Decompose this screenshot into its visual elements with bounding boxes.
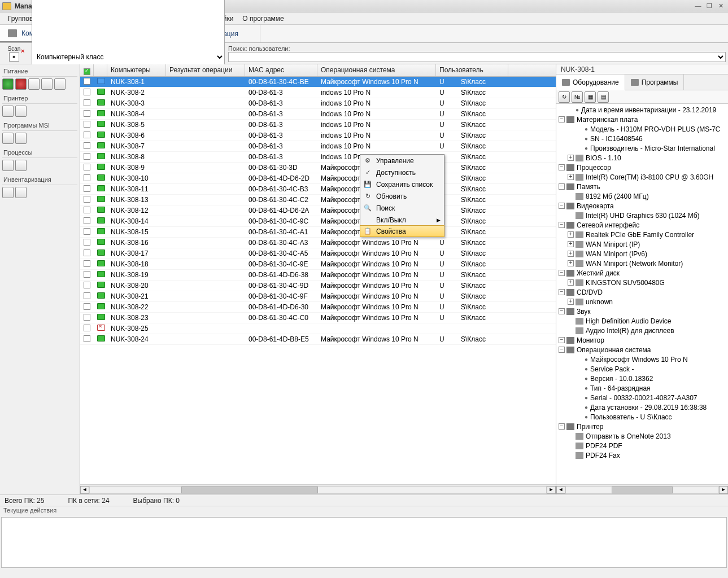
tool-button[interactable]: [2, 78, 14, 90]
row-checkbox[interactable]: [84, 271, 90, 278]
table-row[interactable]: NUK-308-200-D8-61-3indows 10 Pro NUS\Кла…: [80, 87, 556, 98]
scan-cancel-icon[interactable]: ✕: [20, 48, 25, 54]
tool-button[interactable]: [2, 187, 14, 198]
table-row[interactable]: NUK-308-1000-D8-61-4D-D6-2DМайкрософт Wi…: [80, 173, 556, 184]
tree-toggle-icon[interactable]: −: [559, 222, 565, 228]
tool-button[interactable]: [15, 160, 27, 171]
maximize-button[interactable]: ❐: [704, 2, 714, 10]
row-checkbox[interactable]: [84, 239, 90, 246]
row-checkbox[interactable]: [84, 132, 90, 138]
tree-node[interactable]: +Realtek PCIe GbE Family Controller: [556, 230, 728, 239]
scroll-left-icon[interactable]: ◄: [556, 486, 565, 494]
tree-node[interactable]: High Definition Audio Device: [556, 316, 728, 326]
table-row[interactable]: NUK-308-600-D8-61-3indows 10 Pro NUS\Кла…: [80, 130, 556, 141]
row-checkbox[interactable]: [84, 228, 90, 235]
tree-node[interactable]: +KINGSTON SUV500480G: [556, 278, 728, 287]
tree-node[interactable]: −CD/DVD: [556, 287, 728, 297]
table-row[interactable]: NUK-308-2300-D8-61-30-4C-C0Майкрософт Wi…: [80, 313, 556, 323]
table-row[interactable]: NUK-308-2000-D8-61-30-4C-9DМайкрософт Wi…: [80, 281, 556, 291]
tree-toggle-icon[interactable]: +: [568, 251, 574, 257]
tree-node[interactable]: ●Пользователь - U S\Класс: [556, 412, 728, 422]
tree-toggle-icon[interactable]: +: [568, 260, 574, 266]
tree-node[interactable]: +WAN Miniport (IP): [556, 239, 728, 249]
table-row[interactable]: NUK-308-900-D8-61-30-3DМайкрософт Window…: [80, 163, 556, 173]
table-row[interactable]: NUK-308-300-D8-61-3indows 10 Pro NUS\Кла…: [80, 98, 556, 109]
tree-node[interactable]: −Материнская плата: [556, 115, 728, 124]
minimize-button[interactable]: —: [693, 2, 703, 10]
tree-node[interactable]: ●Тип - 64-разрядная: [556, 383, 728, 393]
refresh-icon[interactable]: ↻: [559, 91, 570, 103]
tree-toggle-icon[interactable]: +: [568, 174, 574, 180]
scroll-right-icon[interactable]: ►: [547, 486, 556, 494]
table-row[interactable]: NUK-308-1800-D8-61-30-4C-9EМайкрософт Wi…: [80, 259, 556, 270]
tool-button[interactable]: [54, 78, 66, 90]
tree-toggle-icon[interactable]: −: [559, 183, 565, 190]
row-checkbox[interactable]: [84, 99, 90, 106]
row-checkbox[interactable]: [84, 164, 90, 170]
tree-toggle-icon[interactable]: +: [568, 241, 574, 247]
tree-node[interactable]: −Сетевой интерфейс: [556, 220, 728, 230]
user-search-select[interactable]: [228, 52, 726, 62]
tree-toggle-icon[interactable]: −: [559, 337, 565, 343]
table-row[interactable]: NUK-308-800-D8-61-3indows 10 Pro NUS\Кла…: [80, 152, 556, 163]
table-row[interactable]: NUK-308-1500-D8-61-30-4C-A1Майкрософт Wi…: [80, 227, 556, 238]
tree-node[interactable]: −Операционная система: [556, 345, 728, 354]
table-row[interactable]: NUK-308-100-D8-61-30-4C-BEМайкрософт Win…: [80, 77, 556, 87]
scroll-right-icon[interactable]: ►: [719, 486, 728, 494]
tree-node[interactable]: −Процессор: [556, 163, 728, 172]
table-row[interactable]: NUK-308-1200-D8-61-4D-D6-2AМайкрософт Wi…: [80, 205, 556, 216]
table-row[interactable]: NUK-308-700-D8-61-3indows 10 Pro NUS\Кла…: [80, 141, 556, 152]
scroll-left-icon[interactable]: ◄: [80, 486, 89, 494]
tree-node[interactable]: ●Дата и время инвентаризации - 23.12.201…: [556, 105, 728, 115]
tree-node[interactable]: +WAN Miniport (Network Monitor): [556, 259, 728, 268]
context-menu-item[interactable]: 🔍Поиск: [360, 202, 444, 214]
header-checkbox[interactable]: [80, 64, 94, 76]
header-os[interactable]: Операционная система: [317, 64, 436, 76]
tree-toggle-icon[interactable]: −: [559, 289, 565, 295]
row-checkbox[interactable]: [84, 174, 90, 181]
tree-toggle-icon[interactable]: +: [568, 299, 574, 305]
context-menu-item[interactable]: ↻Обновить: [360, 190, 444, 202]
header-user[interactable]: Пользователь: [436, 64, 508, 76]
details-scrollbar[interactable]: ◄ ►: [556, 484, 728, 494]
tree-node[interactable]: −Монитор: [556, 335, 728, 345]
tree-node[interactable]: ●Serial - 00332-00021-40827-AA307: [556, 393, 728, 402]
horizontal-scrollbar[interactable]: ◄ ►: [80, 484, 556, 494]
context-menu-item[interactable]: ✓Доступность: [360, 167, 444, 178]
tree-toggle-icon[interactable]: −: [559, 347, 565, 353]
row-checkbox[interactable]: [84, 121, 90, 128]
tree-toggle-icon[interactable]: −: [559, 116, 565, 122]
tree-node[interactable]: ●Производитель - Micro-Star Internationa…: [556, 143, 728, 153]
table-row[interactable]: NUK-308-1300-D8-61-30-4C-C2Майкрософт Wi…: [80, 195, 556, 205]
tree-node[interactable]: PDF24 PDF: [556, 441, 728, 450]
tool-icon[interactable]: ▤: [598, 91, 609, 103]
tree-node[interactable]: Intel(R) UHD Graphics 630 (1024 Мб): [556, 211, 728, 220]
row-checkbox[interactable]: [84, 142, 90, 149]
tool-icon[interactable]: ▦: [585, 91, 596, 103]
tree-node[interactable]: 8192 Мб (2400 МГц): [556, 191, 728, 201]
row-checkbox[interactable]: [84, 153, 90, 160]
scan-button[interactable]: [9, 52, 19, 62]
tree-node[interactable]: −Звук: [556, 306, 728, 316]
tool-button[interactable]: [15, 133, 27, 144]
header-result[interactable]: Результат операции: [166, 64, 245, 76]
row-checkbox[interactable]: [84, 335, 90, 342]
row-checkbox[interactable]: [84, 260, 90, 267]
tree-node[interactable]: PDF24 Fax: [556, 450, 728, 460]
tree-toggle-icon[interactable]: −: [559, 164, 565, 170]
row-checkbox[interactable]: [84, 292, 90, 299]
close-button[interactable]: ✕: [716, 2, 726, 10]
tree-node[interactable]: ●Версия - 10.0.18362: [556, 374, 728, 383]
row-checkbox[interactable]: [84, 282, 90, 288]
row-checkbox[interactable]: [84, 249, 90, 256]
tree-node[interactable]: ●Service Pack -: [556, 364, 728, 374]
tree-toggle-icon[interactable]: +: [568, 155, 574, 161]
row-checkbox[interactable]: [84, 314, 90, 321]
table-row[interactable]: NUK-308-2100-D8-61-30-4C-9FМайкрософт Wi…: [80, 291, 556, 302]
tool-button[interactable]: [41, 78, 53, 90]
tree-toggle-icon[interactable]: −: [559, 270, 565, 276]
tool-button[interactable]: [15, 78, 27, 90]
context-menu-item[interactable]: Вкл/Выкл▶: [360, 214, 444, 226]
row-checkbox[interactable]: [84, 217, 90, 224]
context-menu-item[interactable]: 💾Сохранить список: [360, 178, 444, 190]
